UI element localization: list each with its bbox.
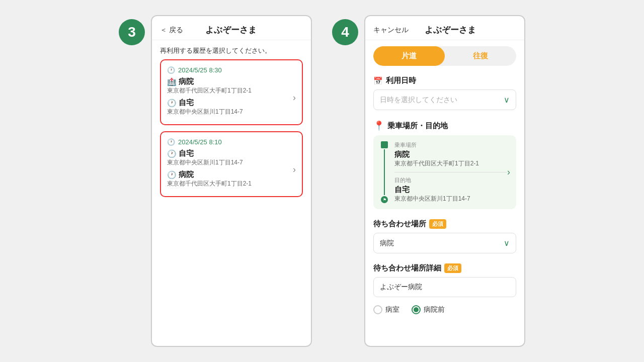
from-name-2: 🕐 自宅	[167, 149, 289, 158]
meeting-detail-input[interactable]: よぶぞー病院	[373, 277, 516, 297]
destination-dot: ⚑	[381, 196, 388, 203]
route-content: ⚑ 乗車場所 病院 東京都千代田区大手町1丁目2-1 目的地 自	[379, 141, 507, 203]
hospital-icon-1: 🏥	[167, 77, 177, 86]
meeting-arrow: ∨	[504, 238, 510, 248]
departure-section: 乗車場所 病院 東京都千代田区大手町1丁目2-1	[394, 141, 507, 168]
calendar-icon: 📅	[373, 76, 383, 85]
radio-option-2[interactable]: 病院前	[412, 305, 445, 314]
destination-name: 自宅	[394, 185, 507, 195]
history-date-2: 🕐 2024/5/25 8:10	[167, 138, 296, 146]
to-location-1: 🕐 自宅 東京都中央区新川1丁目14-7	[167, 98, 289, 116]
step3-circle: 3	[119, 19, 145, 45]
route-connector	[384, 149, 385, 195]
route-inner: ⚑ 乗車場所 病院 東京都千代田区大手町1丁目2-1 目的地 自	[379, 141, 510, 203]
datetime-arrow: ∨	[504, 95, 510, 105]
departure-dot	[381, 141, 388, 148]
destination-section: 目的地 自宅 東京都中央区新川1丁目14-7	[394, 176, 507, 203]
meeting-dropdown[interactable]: 病院 ∨	[373, 233, 516, 253]
card2-chevron: ›	[293, 164, 296, 175]
departure-name: 病院	[394, 150, 507, 159]
meeting-value: 病院	[380, 239, 394, 248]
radio-row: 病室 病院前	[365, 303, 524, 320]
radio-circle-1	[373, 305, 382, 314]
to-name-1: 🕐 自宅	[167, 98, 289, 108]
meeting-detail-required-badge: 必須	[444, 263, 461, 273]
datetime-section-label: 📅 利用日時	[365, 72, 524, 87]
from-location-1: 🏥 病院 東京都千代田区大手町1丁目2-1	[167, 77, 289, 95]
cancel-button[interactable]: キャンセル	[373, 26, 409, 35]
radio-label-2: 病院前	[424, 305, 445, 314]
to-location-2: 🕐 病院 東京都千代田区大手町1丁目2-1	[167, 170, 289, 188]
meeting-detail-label: 待ち合わせ場所詳細 必須	[365, 259, 524, 275]
step4-title: よぶぞーさま	[409, 24, 492, 36]
history-row-1: 🏥 病院 東京都千代田区大手町1丁目2-1 🕐 自宅 東京都中央区新川1丁目14…	[167, 77, 296, 118]
to-addr-1: 東京都中央区新川1丁目14-7	[167, 108, 289, 116]
clock-icon-2: 🕐	[167, 138, 175, 146]
card1-chevron: ›	[293, 93, 296, 103]
tab-one-way[interactable]: 片道	[373, 46, 445, 66]
step3-title: よぶぞーさま	[183, 24, 279, 36]
clock-icon-1: 🕐	[167, 66, 175, 74]
from-addr-1: 東京都千代田区大手町1丁目2-1	[167, 86, 289, 95]
step4-wrapper: 4 キャンセル よぶぞーさま 片道 往復 📅 利用日時 日時を選択してください …	[332, 15, 525, 347]
tab-round-trip[interactable]: 往復	[445, 46, 516, 66]
route-chevron[interactable]: ›	[507, 167, 510, 177]
history-list: 🕐 2024/5/25 8:30 🏥 病院 東京都千代田区大手町1丁目2-1	[152, 59, 311, 205]
departure-label: 乗車場所	[394, 141, 507, 149]
route-details: 乗車場所 病院 東京都千代田区大手町1丁目2-1 目的地 自宅 東京都中央区新川…	[394, 141, 507, 203]
from-addr-2: 東京都中央区新川1丁目14-7	[167, 158, 289, 167]
home-icon-1: 🕐	[167, 99, 177, 108]
hospital-icon-2: 🕐	[167, 170, 177, 179]
to-name-2: 🕐 病院	[167, 170, 289, 179]
history-row-2: 🕐 自宅 東京都中央区新川1丁目14-7 🕐 病院 東京都千代田区大手町1丁目2…	[167, 149, 296, 190]
step4-circle: 4	[332, 19, 358, 45]
history-date-1: 🕐 2024/5/25 8:30	[167, 66, 296, 74]
route-line: ⚑	[379, 141, 389, 203]
destination-label: 目的地	[394, 176, 507, 184]
history-card-2[interactable]: 🕐 2024/5/25 8:10 🕐 自宅 東京都中央区新川1丁目14-7	[160, 131, 303, 197]
route-separator	[394, 172, 507, 172]
meeting-required-badge: 必須	[429, 219, 446, 229]
flag-symbol: ⚑	[383, 198, 386, 202]
history-locations-2: 🕐 自宅 東京都中央区新川1丁目14-7 🕐 病院 東京都千代田区大手町1丁目2…	[167, 149, 289, 190]
location-section-label: 📍 乗車場所・目的地	[365, 116, 524, 133]
departure-addr: 東京都千代田区大手町1丁目2-1	[394, 159, 507, 168]
location-icon: 📍	[373, 120, 384, 131]
route-card: ⚑ 乗車場所 病院 東京都千代田区大手町1丁目2-1 目的地 自	[373, 135, 516, 209]
to-addr-2: 東京都千代田区大手町1丁目2-1	[167, 179, 289, 188]
radio-circle-2	[412, 305, 421, 314]
step3-wrapper: 3 ＜ 戻る よぶぞーさま 再利用する履歴を選択してください。 🕐 2024/5…	[119, 15, 312, 347]
back-button[interactable]: ＜ 戻る	[160, 26, 183, 35]
from-location-2: 🕐 自宅 東京都中央区新川1丁目14-7	[167, 149, 289, 167]
history-card-1[interactable]: 🕐 2024/5/25 8:30 🏥 病院 東京都千代田区大手町1丁目2-1	[160, 59, 303, 125]
meeting-label: 待ち合わせ場所 必須	[365, 215, 524, 231]
step3-phone: ＜ 戻る よぶぞーさま 再利用する履歴を選択してください。 🕐 2024/5/2…	[151, 15, 312, 347]
history-locations-1: 🏥 病院 東京都千代田区大手町1丁目2-1 🕐 自宅 東京都中央区新川1丁目14…	[167, 77, 289, 118]
step4-header: キャンセル よぶぞーさま	[365, 16, 524, 40]
datetime-placeholder: 日時を選択してください	[380, 96, 457, 105]
tab-row: 片道 往復	[373, 46, 516, 66]
from-name-1: 🏥 病院	[167, 77, 289, 86]
step3-header: ＜ 戻る よぶぞーさま	[152, 16, 311, 40]
datetime-dropdown[interactable]: 日時を選択してください ∨	[373, 89, 516, 110]
radio-option-1[interactable]: 病室	[373, 305, 399, 314]
step4-phone: キャンセル よぶぞーさま 片道 往復 📅 利用日時 日時を選択してください ∨ …	[364, 15, 525, 347]
destination-addr: 東京都中央区新川1丁目14-7	[394, 195, 507, 203]
step3-subtitle: 再利用する履歴を選択してください。	[152, 40, 311, 59]
home-icon-2: 🕐	[167, 149, 177, 158]
radio-label-1: 病室	[385, 305, 399, 314]
